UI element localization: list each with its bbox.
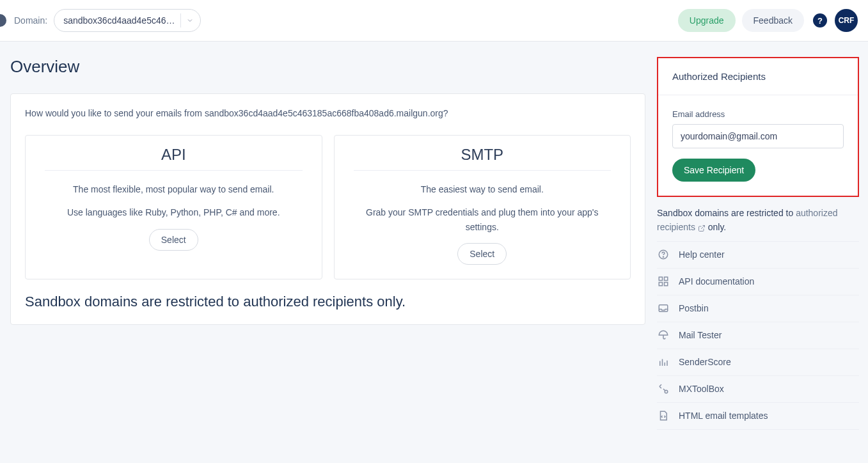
bar-chart-icon [657, 356, 670, 368]
resource-label: Help center [679, 249, 725, 260]
resource-label: Mail Tester [679, 330, 722, 340]
page-title: Overview [10, 57, 645, 77]
smtp-card: SMTP The easiest way to send email. Grab… [334, 135, 631, 279]
api-select-button[interactable]: Select [149, 229, 198, 251]
resource-mail-tester[interactable]: Mail Tester [657, 322, 859, 349]
divider [180, 13, 181, 27]
avatar[interactable]: CRF [835, 9, 858, 32]
smtp-card-line2: Grab your SMTP credentials and plug them… [354, 205, 612, 234]
resource-postbin[interactable]: Postbin [657, 295, 859, 322]
resource-senderscore[interactable]: SenderScore [657, 349, 859, 376]
svg-rect-4 [665, 278, 668, 281]
auth-title: Authorized Recipients [658, 58, 858, 95]
svg-point-2 [663, 256, 663, 257]
question-text: How would you like to send your emails f… [25, 108, 631, 118]
overview-panel: How would you like to send your emails f… [10, 93, 645, 325]
svg-rect-5 [659, 283, 662, 286]
inbox-icon [657, 302, 670, 315]
upgrade-button[interactable]: Upgrade [678, 9, 736, 32]
smtp-select-button[interactable]: Select [457, 243, 507, 265]
help-icon[interactable]: ? [813, 13, 827, 27]
resource-label: API documentation [679, 276, 754, 286]
resource-html-templates[interactable]: HTML email templates [657, 403, 859, 430]
help-center-icon [657, 248, 670, 261]
domain-value: sandbox36cd4aad4e5c46… [63, 15, 175, 26]
authorized-recipients-panel: Authorized Recipients Email address Save… [657, 57, 859, 197]
email-field[interactable] [672, 124, 844, 148]
sandbox-note-post: only. [708, 222, 727, 232]
domain-select[interactable]: sandbox36cd4aad4e5c46… [54, 9, 200, 32]
svg-rect-6 [665, 283, 668, 286]
svg-rect-3 [659, 278, 662, 281]
domain-label: Domain: [14, 15, 47, 26]
restriction-note: Sandbox domains are restricted to author… [11, 294, 645, 324]
top-bar: Domain: sandbox36cd4aad4e5c46… Upgrade F… [0, 0, 868, 42]
smtp-card-line1: The easiest way to send email. [354, 182, 612, 196]
api-card-line2: Use languages like Ruby, Python, PHP, C#… [45, 205, 303, 219]
grid-icon [657, 275, 670, 288]
save-recipient-button[interactable]: Save Recipient [672, 159, 755, 182]
sandbox-note-pre: Sandbox domains are restricted to [657, 208, 796, 218]
sandbox-note: Sandbox domains are restricted to author… [657, 206, 859, 235]
api-card-title: API [45, 146, 303, 171]
sidebar-peek [0, 14, 6, 27]
resource-label: Postbin [679, 303, 709, 313]
umbrella-icon [657, 329, 670, 341]
smtp-card-title: SMTP [354, 146, 612, 171]
feedback-button[interactable]: Feedback [742, 9, 804, 32]
svg-line-0 [701, 225, 705, 229]
resource-label: SenderScore [679, 357, 731, 367]
resource-list: Help center API documentation Postbin Ma… [657, 241, 859, 430]
resource-help-center[interactable]: Help center [657, 242, 859, 269]
chevron-down-icon [186, 17, 194, 24]
resource-label: MXToolBox [679, 384, 724, 394]
resource-mxtoolbox[interactable]: MXToolBox [657, 376, 859, 403]
api-card: API The most flexible, most popular way … [25, 135, 322, 279]
resource-api-docs[interactable]: API documentation [657, 269, 859, 295]
resource-label: HTML email templates [679, 411, 768, 421]
external-link-icon [698, 224, 706, 232]
code-file-icon [657, 409, 670, 422]
email-field-label: Email address [672, 109, 844, 119]
tool-icon [657, 382, 670, 395]
api-card-line1: The most flexible, most popular way to s… [45, 182, 303, 196]
